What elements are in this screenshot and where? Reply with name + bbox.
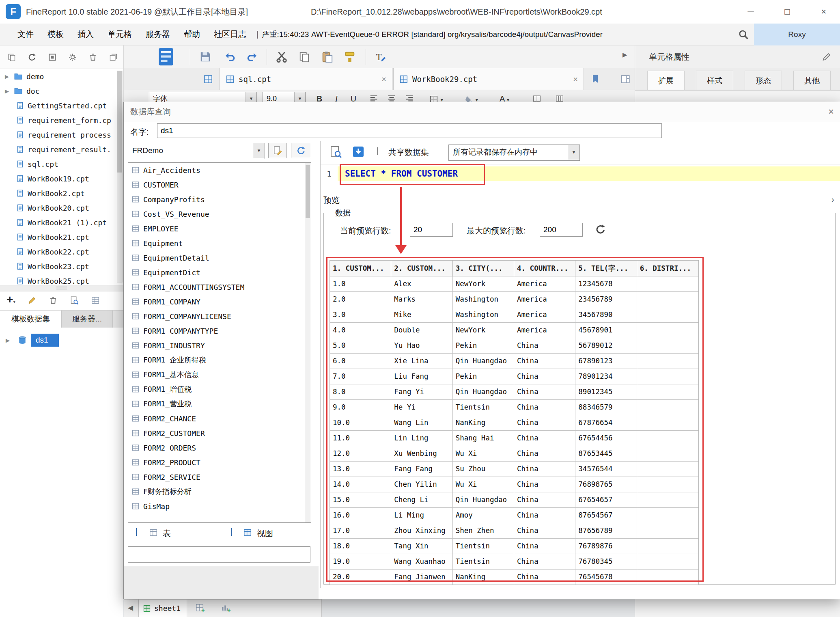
table-list-item[interactable]: Air_Accidents — [128, 163, 311, 177]
menu-item[interactable]: 帮助 — [177, 29, 207, 40]
search-icon[interactable] — [738, 29, 749, 40]
table-list-item[interactable]: FORM2_SERVICE — [128, 470, 311, 484]
menu-item[interactable]: 文件 — [11, 29, 41, 40]
close-tab-icon[interactable]: × — [375, 75, 386, 84]
menu-item[interactable]: 社区日志 — [207, 29, 253, 40]
views-checkbox-label[interactable]: 视图 — [257, 528, 273, 539]
dataset-ds1-label[interactable]: ds1 — [31, 334, 59, 347]
refresh-icon[interactable] — [28, 53, 37, 62]
tree-file-row[interactable]: sql.cpt — [0, 157, 123, 171]
tab-style[interactable]: 样式 — [696, 71, 733, 90]
table-row[interactable]: 1.0 Alex NewYork America 12345678 — [330, 276, 698, 292]
chevron-left-icon[interactable]: ◀ — [128, 604, 133, 612]
batch-edit-icon[interactable] — [91, 296, 100, 305]
close-tab-icon[interactable]: × — [566, 75, 578, 84]
tab-workbook29-cpt[interactable]: WorkBook29.cpt × — [393, 68, 584, 90]
tree-file-row[interactable]: WorkBook2.cpt — [0, 186, 123, 201]
views-checkbox[interactable] — [231, 528, 232, 536]
sql-text[interactable]: SELECT * FROM CUSTOMER — [345, 166, 458, 181]
tab-expand[interactable]: 扩展 — [647, 71, 685, 90]
tree-file-row[interactable]: WorkBook23.cpt — [0, 259, 123, 274]
table-list-item[interactable]: FORM1_INDUSTRY — [128, 338, 311, 353]
column-header[interactable]: 5. TEL(字... — [575, 261, 637, 276]
table-list-item[interactable]: Equipment — [128, 236, 311, 250]
tree-folder-row[interactable]: ▶ demo — [0, 69, 123, 84]
tree-file-row[interactable]: requirement_result. — [0, 142, 123, 157]
dialog-header[interactable]: 数据库查询 × — [124, 102, 840, 121]
table-row[interactable]: 19.0 Wang Xuanhao Tientsin China 7678034… — [330, 554, 698, 570]
menu-item[interactable]: 模板 — [41, 29, 71, 40]
table-row[interactable]: 8.0 Fang Yi Qin Huangdao China 89012345 — [330, 384, 698, 400]
table-list-item[interactable]: FORM1_增值税 — [128, 382, 311, 397]
table-list-item[interactable]: FORM2_CHANCE — [128, 411, 311, 426]
edit-connection-button[interactable] — [268, 143, 287, 158]
settings-icon[interactable] — [68, 53, 77, 62]
table-list-item[interactable]: FORM1_COMPANYTYPE — [128, 324, 311, 338]
redo-icon[interactable] — [246, 51, 258, 63]
tree-file-row[interactable]: WorkBook19.cpt — [0, 171, 123, 186]
user-badge[interactable]: Roxy — [754, 24, 840, 45]
tree-scrollbar[interactable] — [117, 71, 123, 283]
version-flag-icon[interactable] — [590, 74, 600, 84]
table-list-item[interactable]: FORM1_COMPANYLICENSE — [128, 309, 311, 324]
table-row[interactable]: 3.0 Mike Washington America 34567890 — [330, 307, 698, 323]
preview-dataset-icon[interactable] — [70, 296, 79, 305]
menu-item[interactable]: 服务器 — [139, 29, 177, 40]
table-list-item[interactable]: FORM1_COMPANY — [128, 294, 311, 309]
menu-item[interactable]: 插入 — [71, 29, 101, 40]
table-row[interactable]: 20.0 Fang Jianwen NanKing China 76545678 — [330, 570, 698, 585]
undo-icon[interactable] — [224, 51, 236, 63]
table-list-item[interactable]: CompanyProfits — [128, 192, 311, 207]
sql-editor-line[interactable]: SELECT * FROM CUSTOMER — [338, 166, 840, 181]
sheet-tab[interactable]: sheet1 — [138, 600, 187, 617]
tree-folder-row[interactable]: ▶ doc — [0, 84, 123, 98]
delete-icon[interactable] — [88, 53, 97, 62]
table-list-item[interactable]: FORM2_CUSTOMER — [128, 426, 311, 440]
chevron-right-icon[interactable]: ▶ — [5, 88, 12, 94]
table-list-item[interactable]: FORM2_ORDERS — [128, 440, 311, 455]
table-list-item[interactable]: FORM1_ACCOUNTTINGSYSTEM — [128, 280, 311, 294]
text-edit-icon[interactable]: T — [375, 51, 387, 63]
column-header[interactable]: 4. COUNTR... — [514, 261, 575, 276]
table-list-item[interactable]: F财务指标分析 — [128, 484, 311, 499]
tables-checkbox-label[interactable]: 表 — [163, 528, 171, 539]
table-row[interactable]: 6.0 Xie Lina Qin Huangdao China 67890123 — [330, 354, 698, 369]
tree-file-row[interactable]: requirement_process — [0, 127, 123, 142]
tree-file-row[interactable]: requirement_form.cp — [0, 113, 123, 127]
table-list-item[interactable]: EquipmentDetail — [128, 250, 311, 265]
table-list-item[interactable]: FORM1_基本信息 — [128, 367, 311, 382]
share-dataset-label[interactable]: 共享数据集 — [388, 147, 429, 158]
table-list-item[interactable]: FORM2_PRODUCT — [128, 455, 311, 470]
column-header[interactable]: 2. CUSTOM... — [391, 261, 452, 276]
duplicate-icon[interactable] — [109, 53, 118, 62]
add-chart-sheet-icon[interactable]: + — [221, 603, 231, 613]
delete-dataset-icon[interactable] — [49, 296, 58, 305]
chevron-right-icon[interactable]: ▶ — [6, 337, 13, 343]
table-list-item[interactable]: Cost_VS_Revenue — [128, 207, 311, 221]
panel-layout-icon[interactable] — [620, 74, 631, 84]
template-datasource-icon[interactable] — [158, 47, 174, 66]
cut-icon[interactable] — [276, 51, 288, 63]
tab-label[interactable]: sql.cpt — [239, 75, 271, 84]
current-rows-input[interactable] — [410, 223, 453, 237]
table-row[interactable]: 16.0 Li Ming Amoy China 87654567 — [330, 508, 698, 523]
list-scrollbar-thumb[interactable] — [306, 165, 310, 218]
preview-query-icon[interactable] — [329, 145, 342, 158]
table-list-item[interactable]: EquipmentDict — [128, 265, 311, 280]
table-list-item[interactable]: FORM1_企业所得税 — [128, 353, 311, 367]
table-row[interactable]: 15.0 Cheng Li Qin Huangdao China 6765465… — [330, 492, 698, 508]
locate-template-icon[interactable] — [48, 53, 57, 62]
table-list-item[interactable]: FORM1_营业税 — [128, 397, 311, 411]
table-row[interactable]: 13.0 Fang Fang Su Zhou China 34576544 — [330, 462, 698, 477]
table-row[interactable]: 12.0 Xu Wenbing Wu Xi China 87653445 — [330, 446, 698, 462]
table-row[interactable]: 11.0 Lin Ling Shang Hai China 67654456 — [330, 431, 698, 446]
tab-template-datasets[interactable]: 模板数据集 — [0, 311, 62, 328]
table-row[interactable]: 5.0 Yu Hao Pekin China 56789012 — [330, 338, 698, 354]
tab-server-datasets[interactable]: 服务器... — [62, 311, 113, 328]
column-header[interactable]: 6. DISTRI... — [637, 261, 698, 276]
refresh-connection-button[interactable] — [291, 143, 311, 158]
add-sheet-icon[interactable]: + — [195, 603, 205, 613]
menu-item[interactable]: 单元格 — [101, 29, 139, 40]
dataset-row[interactable]: ▶ ds1 — [0, 332, 123, 348]
switch-directory-icon[interactable] — [7, 53, 16, 62]
